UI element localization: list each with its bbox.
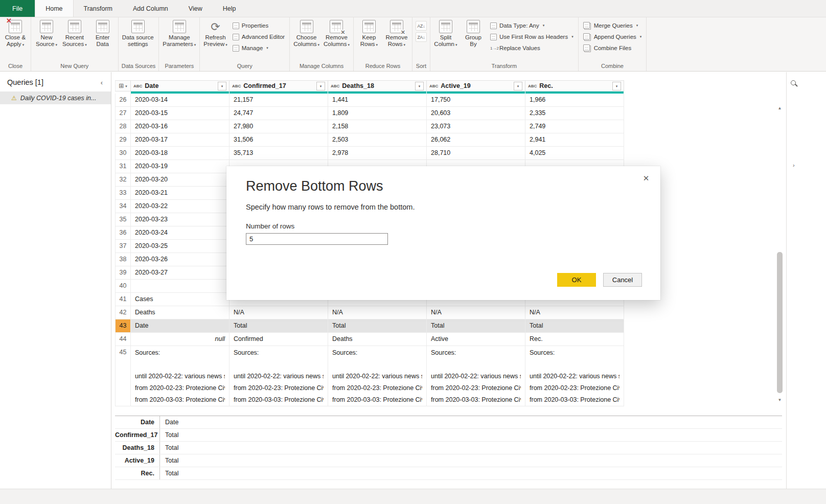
scroll-up-icon[interactable]: ▲ [775, 104, 784, 112]
cell[interactable]: 2020-03-15 [131, 107, 230, 120]
cell[interactable]: Sources: until 2020-02-22: various news … [427, 346, 525, 406]
cell[interactable] [131, 280, 230, 293]
cell[interactable]: 17,750 [427, 94, 525, 107]
cell[interactable]: 2020-03-24 [131, 226, 230, 240]
row-number[interactable]: 30 [115, 147, 131, 160]
row-number[interactable]: 44 [115, 333, 131, 346]
cell[interactable]: 23,073 [427, 120, 525, 133]
cell[interactable]: 2020-03-25 [131, 240, 230, 253]
row-number[interactable]: 41 [115, 293, 131, 306]
row-number[interactable]: 40 [115, 280, 131, 293]
cell[interactable]: 2020-03-20 [131, 173, 230, 187]
cell[interactable]: 2020-03-16 [131, 120, 230, 133]
filter-button-active-19[interactable]: ▾ [514, 82, 522, 90]
expand-chevron-icon[interactable]: › [793, 162, 795, 168]
tab-home[interactable]: Home [35, 0, 73, 17]
cell[interactable]: 2020-03-21 [131, 187, 230, 200]
cell[interactable]: 27,980 [230, 120, 328, 133]
column-header-date[interactable]: ABCDate▾ [131, 80, 230, 91]
query-list-item[interactable]: ⚠Daily COVID-19 cases in... [0, 91, 111, 104]
cell[interactable]: N/A [525, 306, 624, 319]
row-number[interactable]: 26 [115, 94, 131, 107]
cell[interactable]: N/A [427, 306, 525, 319]
row-number[interactable]: 33 [115, 187, 131, 200]
cell[interactable]: 2,749 [525, 120, 624, 133]
row-number[interactable]: 38 [115, 253, 131, 266]
row-number[interactable]: 39 [115, 266, 131, 280]
ribbon-button-new-source[interactable]: NewSource▾ [33, 19, 60, 49]
cell[interactable]: 2,335 [525, 107, 624, 120]
filter-button-deaths-18[interactable]: ▾ [415, 82, 424, 90]
cell[interactable]: N/A [230, 306, 328, 319]
tab-file[interactable]: File [0, 0, 35, 17]
column-header-active-19[interactable]: ABCActive_19▾ [427, 80, 525, 91]
row-number[interactable]: 28 [115, 120, 131, 133]
cell[interactable]: 2020-03-22 [131, 200, 230, 213]
cell[interactable]: 1,966 [525, 94, 624, 107]
cell[interactable]: 1,441 [328, 94, 427, 107]
ribbon-button-data-type-any[interactable]: Data Type: Any▾ [488, 20, 576, 31]
cell[interactable]: 2020-03-17 [131, 133, 230, 147]
ribbon-button-advanced-editor[interactable]: Advanced Editor [230, 31, 287, 42]
cell[interactable]: 2,158 [328, 120, 427, 133]
cell[interactable]: 2020-03-26 [131, 253, 230, 266]
row-number[interactable]: 35 [115, 213, 131, 226]
cell[interactable]: Total [328, 319, 427, 333]
row-number[interactable]: 32 [115, 173, 131, 187]
cell[interactable]: Sources: until 2020-02-22: various news … [328, 346, 427, 406]
cell[interactable]: 2,941 [525, 133, 624, 147]
tab-transform[interactable]: Transform [74, 0, 123, 17]
ribbon-button-combine-files[interactable]: Combine Files [581, 42, 645, 54]
cell[interactable]: Confirmed [230, 333, 328, 346]
ribbon-button-split-column[interactable]: SplitColumn▾ [432, 19, 459, 49]
vertical-scrollbar[interactable]: ▲ ▼ [775, 104, 784, 404]
cell[interactable]: Cases [131, 293, 230, 306]
ribbon-button-enter-data[interactable]: EnterData [89, 19, 116, 49]
ribbon-button-choose-columns[interactable]: ChooseColumns▾ [292, 19, 321, 49]
cell[interactable]: 2020-03-18 [131, 147, 230, 160]
row-number[interactable]: 29 [115, 133, 131, 147]
cell[interactable]: N/A [328, 306, 427, 319]
cell[interactable]: Date [131, 319, 230, 333]
row-number[interactable]: 36 [115, 226, 131, 240]
ribbon-button-remove-rows[interactable]: RemoveRows▾ [383, 19, 410, 49]
ribbon-button-append-queries[interactable]: Append Queries▾ [581, 31, 645, 42]
cell[interactable]: 2020-03-14 [131, 94, 230, 107]
table-menu-button[interactable]: ⊞▾ [115, 80, 131, 91]
search-icon[interactable] [791, 80, 801, 90]
ribbon-button-close-apply[interactable]: Close &Apply▾ [2, 19, 29, 49]
column-header-confirmed-17[interactable]: ABCConfirmed_17▾ [230, 80, 328, 91]
cell[interactable]: 2020-03-19 [131, 160, 230, 173]
ribbon-button-replace-values[interactable]: Replace Values [488, 42, 576, 54]
cell[interactable]: 26,062 [427, 133, 525, 147]
cell[interactable]: Total [427, 319, 525, 333]
rows-input[interactable] [246, 233, 388, 245]
collapse-pane-icon[interactable]: ‹ [99, 79, 105, 86]
dialog-close-icon[interactable]: ✕ [640, 172, 652, 185]
cell[interactable]: Sources: until 2020-02-22: various news … [131, 346, 230, 406]
ribbon-button-use-first-row-as-headers[interactable]: Use First Row as Headers▾ [488, 31, 576, 42]
row-number[interactable]: 37 [115, 240, 131, 253]
cell[interactable]: 35,713 [230, 147, 328, 160]
row-number[interactable]: 34 [115, 200, 131, 213]
cell[interactable]: Active [427, 333, 525, 346]
cell[interactable]: Total [525, 319, 624, 333]
ribbon-button-manage[interactable]: Manage▾ [230, 42, 287, 54]
cell[interactable]: Sources: until 2020-02-22: various news … [525, 346, 624, 406]
row-number[interactable]: 27 [115, 107, 131, 120]
scrollbar-thumb[interactable] [777, 252, 783, 393]
cell[interactable]: Deaths [131, 306, 230, 319]
scroll-down-icon[interactable]: ▼ [775, 396, 784, 404]
sort-descending-button[interactable]: ZA↓ [416, 32, 427, 42]
column-header-rec[interactable]: ABCRec.▾ [525, 80, 624, 91]
sort-ascending-button[interactable]: AZ↓ [416, 21, 427, 31]
cell[interactable]: Sources: until 2020-02-22: various news … [230, 346, 328, 406]
row-number[interactable]: 45 [115, 346, 131, 406]
cell[interactable]: 1,809 [328, 107, 427, 120]
row-number[interactable]: 42 [115, 306, 131, 319]
tab-help[interactable]: Help [213, 0, 246, 17]
cell[interactable]: 21,157 [230, 94, 328, 107]
cell[interactable]: 31,506 [230, 133, 328, 147]
ribbon-button-merge-queries[interactable]: Merge Queries▾ [581, 20, 645, 31]
ribbon-button-group-by[interactable]: GroupBy [460, 19, 487, 49]
